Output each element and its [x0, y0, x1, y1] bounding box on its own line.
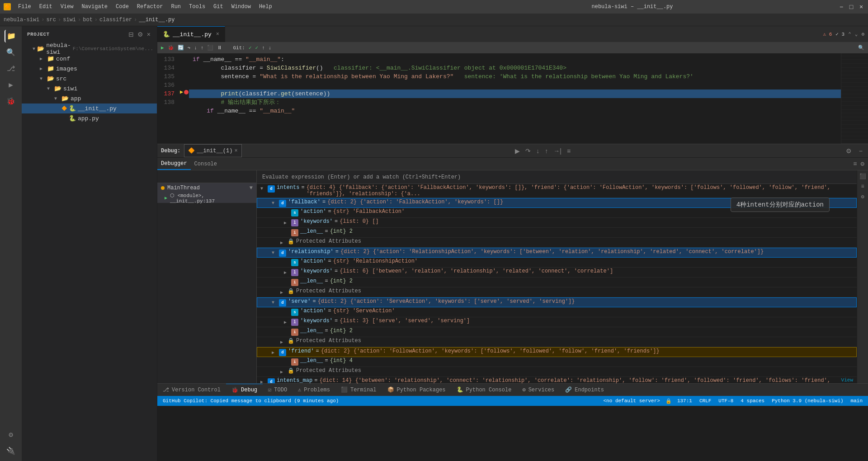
- pause-icon[interactable]: ⏸: [217, 45, 222, 51]
- menu-file[interactable]: File: [14, 3, 35, 11]
- var-item-serve-keywords[interactable]: ▶ l 'keywords' = {list: 3} ['serve', 'se…: [257, 317, 857, 327]
- sidebar-collapse-btn[interactable]: ⊟: [127, 30, 135, 39]
- debug-evaluate-btn[interactable]: ≡: [565, 146, 572, 155]
- bottom-tab-endpoints[interactable]: 🔗 Endpoints: [560, 384, 609, 396]
- maximize-button[interactable]: □: [848, 4, 854, 10]
- var-item-rel-len[interactable]: i __len__ = {int} 2: [257, 278, 857, 287]
- bottom-tab-debug[interactable]: 🐞 Debug: [226, 384, 263, 396]
- run-icon[interactable]: ▶: [161, 45, 164, 51]
- tree-item-src[interactable]: ▼ 📂 src: [22, 74, 157, 84]
- debug-resume-btn[interactable]: ▶: [513, 146, 522, 155]
- step-over-icon[interactable]: ↷: [188, 45, 191, 51]
- sidebar-settings-btn[interactable]: ⚙: [137, 30, 144, 39]
- bottom-tab-terminal[interactable]: ⬛ Terminal: [335, 384, 382, 396]
- var-item-fallback-protected[interactable]: ▶ 🔒 Protected Attributes: [257, 238, 857, 248]
- var-item-serve[interactable]: ▼ d 'serve' = {dict: 2} {'action': 'Serv…: [257, 297, 857, 307]
- bottom-tab-todo[interactable]: ☑ TODO: [263, 384, 292, 396]
- status-line-col[interactable]: 137:1: [675, 398, 694, 404]
- menu-edit[interactable]: Edit: [36, 3, 56, 11]
- var-item-friend-protected[interactable]: ▶ 🔒 Protected Attributes: [257, 367, 857, 377]
- eval-bar[interactable]: Evaluate expression (Enter) or add a wat…: [257, 170, 857, 184]
- frame-settings-icon[interactable]: ⚙: [861, 160, 864, 168]
- panel-icon-3[interactable]: ⚙: [860, 193, 865, 201]
- panel-icon-2[interactable]: ≡: [860, 183, 865, 191]
- tree-item-conf[interactable]: ▶ 📁 conf: [22, 54, 157, 64]
- status-utf8[interactable]: UTF-8: [717, 398, 735, 404]
- var-item-rel-action[interactable]: s 'action' = {str} 'RelationshipAction': [257, 258, 857, 268]
- expand-icon[interactable]: ⌃: [848, 31, 851, 37]
- tab-close-icon[interactable]: ×: [216, 31, 219, 38]
- code-content[interactable]: if __name__ == "__main__": classifier = …: [189, 53, 841, 144]
- tree-item-init-py[interactable]: 🔶 🐍 __init__.py: [22, 103, 157, 113]
- var-item-serve-len[interactable]: i __len__ = {int} 2: [257, 327, 857, 337]
- bottom-tab-python-console[interactable]: 🐍 Python Console: [451, 384, 517, 396]
- step-out-icon[interactable]: ↑: [201, 45, 204, 51]
- breadcrumb-item[interactable]: classifier: [99, 17, 132, 23]
- activity-plugins-icon[interactable]: 🔌: [5, 445, 17, 457]
- var-item-fallback-keywords[interactable]: ▶ l 'keywords' = {list: 0} []: [257, 218, 857, 228]
- collapse-icon[interactable]: ⌄: [855, 31, 858, 37]
- activity-git-icon[interactable]: ⎇: [5, 62, 17, 75]
- tree-item-app[interactable]: ▼ 📂 app: [22, 94, 157, 103]
- var-item-intents-map[interactable]: ▶ d intents_map = {dict: 14} {'between':…: [257, 377, 857, 383]
- git-down[interactable]: ↓: [269, 45, 272, 51]
- tab-init-py[interactable]: 🐍 __init__.py ×: [157, 26, 225, 42]
- status-git-branch[interactable]: main: [849, 398, 864, 404]
- bottom-tab-version-control[interactable]: ⎇ Version Control: [157, 384, 226, 396]
- thread-dropdown-icon[interactable]: ▼: [250, 185, 253, 191]
- activity-settings-icon[interactable]: ⚙: [5, 428, 17, 441]
- debug-subtab-debugger[interactable]: Debugger: [157, 158, 191, 170]
- minimize-button[interactable]: −: [838, 4, 844, 10]
- menu-refactor[interactable]: Refactor: [133, 3, 167, 11]
- menu-tools[interactable]: Tools: [185, 3, 209, 11]
- menu-window[interactable]: Window: [228, 3, 255, 11]
- tree-item-siwi[interactable]: ▼ 📂 siwi: [22, 84, 157, 94]
- git-search-icon[interactable]: 🔍: [858, 45, 864, 51]
- breadcrumb-item[interactable]: src: [46, 17, 56, 23]
- var-item-rel-protected[interactable]: ▶ 🔒 Protected Attributes: [257, 287, 857, 297]
- var-item-fallback-action[interactable]: s 'action' = {str} 'FallbackAction': [257, 208, 857, 218]
- frame-item-module[interactable]: ▶ ⬡ <module>, __init__.py:137: [157, 193, 256, 203]
- menu-view[interactable]: View: [57, 3, 77, 11]
- thread-mainthread[interactable]: MainThread ▼: [157, 183, 256, 193]
- var-item-rel-keywords[interactable]: ▶ l 'keywords' = {list: 6} ['between', '…: [257, 268, 857, 278]
- status-spaces[interactable]: 4 spaces: [739, 398, 766, 404]
- menu-navigate[interactable]: Navigate: [78, 3, 111, 11]
- breadcrumb-item[interactable]: bot: [83, 17, 93, 23]
- git-up[interactable]: ↑: [262, 45, 265, 51]
- bottom-tab-problems[interactable]: ⚠ Problems: [292, 384, 335, 396]
- status-server[interactable]: <no default server>: [601, 398, 661, 404]
- menu-run[interactable]: Run: [167, 3, 184, 11]
- close-button[interactable]: ×: [858, 4, 864, 10]
- intents-map-view-link[interactable]: View: [841, 377, 853, 383]
- var-item-fallback[interactable]: ▼ d 'fallback' = {dict: 2} {'action': 'F…: [257, 198, 857, 208]
- panel-icon-1[interactable]: ⬛: [859, 172, 867, 181]
- breadcrumb-item[interactable]: siwi: [63, 17, 76, 23]
- debug-step-out-btn[interactable]: ↑: [543, 146, 550, 155]
- debug-run-icon[interactable]: 🐞: [168, 45, 174, 51]
- frame-list-icon[interactable]: ≡: [853, 160, 857, 168]
- var-item-serve-protected[interactable]: ▶ 🔒 Protected Attributes: [257, 337, 857, 347]
- bottom-tab-services[interactable]: ⚙ Services: [517, 384, 560, 396]
- step-into-icon[interactable]: ↓: [194, 45, 197, 51]
- var-item-intents[interactable]: ▼ d intents = {dict: 4} {'fallback': {'a…: [257, 184, 857, 198]
- debug-settings-btn[interactable]: ⚙: [844, 146, 854, 155]
- debug-step-over-btn[interactable]: ↷: [524, 146, 533, 155]
- tree-item-app-py[interactable]: 🐍 app.py: [22, 113, 157, 123]
- tree-item-images[interactable]: ▶ 📁 images: [22, 64, 157, 74]
- var-item-fallback-len[interactable]: i __len__ = {int} 2: [257, 228, 857, 238]
- debug-tab-close[interactable]: ×: [234, 148, 237, 154]
- breadcrumb-item[interactable]: nebula-siwi: [4, 17, 39, 23]
- debug-minimize-btn[interactable]: −: [857, 146, 864, 155]
- breadcrumb-item-current[interactable]: __init__.py: [139, 17, 175, 23]
- menu-code[interactable]: Code: [112, 3, 132, 11]
- var-item-serve-action[interactable]: s 'action' = {str} 'ServeAction': [257, 307, 857, 317]
- var-item-friend-len[interactable]: i __len__ = {int} 4: [257, 357, 857, 367]
- stop-icon[interactable]: ⬛: [207, 45, 213, 51]
- activity-run-icon[interactable]: ▶: [5, 79, 17, 91]
- sidebar-close-btn[interactable]: ×: [146, 30, 151, 39]
- bottom-tab-python-packages[interactable]: 📦 Python Packages: [382, 384, 451, 396]
- var-item-relationship[interactable]: ▼ d 'relationship' = {dict: 2} {'action'…: [257, 248, 857, 258]
- status-crlf[interactable]: CRLF: [698, 398, 713, 404]
- debug-run-cursor-btn[interactable]: →|: [552, 146, 563, 155]
